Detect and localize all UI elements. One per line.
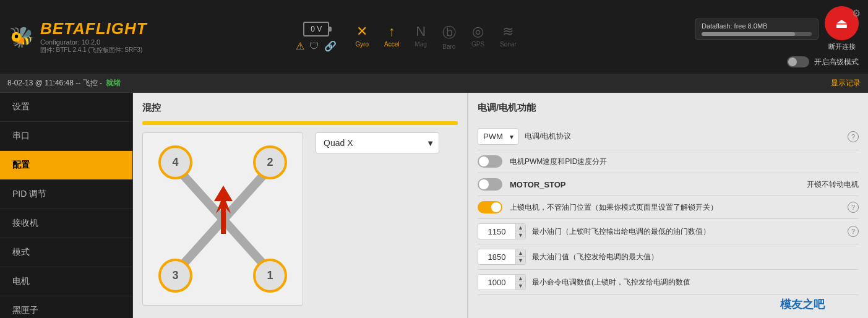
protocol-help-icon[interactable]: ? <box>848 131 859 142</box>
max-throttle-label: 最大油门值（飞控发给电调的最大值） <box>532 252 859 262</box>
advanced-mode-toggle[interactable]: 开启高级模式 <box>787 56 859 67</box>
sidebar-item-serial[interactable]: 串口 <box>0 122 132 151</box>
lock-motor-toggle[interactable] <box>478 201 502 213</box>
min-throttle-help-icon[interactable]: ? <box>848 226 859 237</box>
sensor-gps: ◎ GPS <box>465 20 491 53</box>
sensor-baro: ⓑ Baro <box>436 20 462 53</box>
motor-stop-label: MOTOR_STOP <box>510 180 566 189</box>
motor-3-label: 3 <box>172 269 178 282</box>
sensor-mag: N Mag <box>408 20 432 53</box>
mag-label: Mag <box>415 41 426 48</box>
quad-type-select[interactable]: Quad X <box>316 132 439 153</box>
bee-logo-icon: 🐝 <box>9 25 34 49</box>
min-command-down-button[interactable]: ▼ <box>515 282 525 290</box>
max-throttle-spinner-buttons: ▲ ▼ <box>515 249 525 264</box>
pwm-pid-label: 电机PWM速度和PID速度分开 <box>510 157 859 167</box>
motor-stop-row: MOTOR_STOP 开锁不转动电机 <box>478 173 859 196</box>
disconnect-label: 断开连接 <box>828 42 856 51</box>
sidebar-item-receiver[interactable]: 接收机 <box>0 209 132 238</box>
sensor-group: ✕ Gyro ↑ Accel N Mag ⓑ Baro ◎ GPS <box>349 20 522 53</box>
min-command-spinner-buttons: ▲ ▼ <box>515 275 525 290</box>
mixer-right: Quad X ▼ <box>316 132 439 153</box>
sonar-icon: ≋ <box>502 24 513 40</box>
dataflash-bar <box>702 32 812 36</box>
app-title: BETAFLIGHT <box>40 19 147 38</box>
svg-marker-4 <box>214 186 233 201</box>
sidebar-item-pid[interactable]: PID 调节 <box>0 180 132 209</box>
status-timestamp: 8-02-13 @ 11:46:48 -- 飞控 - <box>7 78 102 88</box>
header-right: Dataflash: free 8.0MB ⏏ 断开连接 开启高级模式 <box>682 0 868 74</box>
watermark-text: 模友之吧 <box>780 297 825 312</box>
mag-icon: N <box>416 24 426 40</box>
mixer-content: 4 2 3 1 <box>142 132 458 306</box>
status-left: 8-02-13 @ 11:46:48 -- 飞控 - 就绪 <box>7 78 121 88</box>
sensor-sonar: ≋ Sonar <box>494 20 523 53</box>
max-throttle-spinner[interactable]: ▲ ▼ <box>478 249 526 265</box>
status-bar: 8-02-13 @ 11:46:48 -- 飞控 - 就绪 显示记录 <box>0 74 868 93</box>
esc-panel-title: 电调/电机功能 <box>478 102 859 114</box>
gps-label: GPS <box>471 41 484 48</box>
sonar-label: Sonar <box>500 41 517 48</box>
firmware-version: 固件: BTFL 2.4.1 (飞控板固件: SRF3) <box>40 46 147 54</box>
motor-1-label: 1 <box>267 269 273 282</box>
sidebar-item-modes[interactable]: 模式 <box>0 238 132 267</box>
battery-widget: 0 V <box>303 22 329 37</box>
min-throttle-spinner-buttons: ▲ ▼ <box>515 224 525 239</box>
sidebar-item-motor[interactable]: 电机 <box>0 267 132 296</box>
min-throttle-label: 最小油门（上锁时飞控输出给电调的最低的油门数值） <box>532 226 841 237</box>
baro-icon: ⓑ <box>442 24 456 42</box>
lock-motor-row: 上锁电机，不管油门位置（如果你模式页面里设置了解锁开关） ? <box>478 196 859 219</box>
min-command-label: 最小命令电调数值(上锁时，飞控发给电调的数值 <box>532 277 859 288</box>
show-log-button[interactable]: 显示记录 <box>831 78 861 88</box>
motor-1-circle: 1 <box>253 259 287 293</box>
battery-voltage: 0 V <box>311 25 322 33</box>
sidebar-item-settings[interactable]: 设置 <box>0 93 132 122</box>
min-throttle-down-button[interactable]: ▼ <box>515 231 525 239</box>
min-command-up-button[interactable]: ▲ <box>515 275 525 282</box>
quad-diagram: 4 2 3 1 <box>142 132 303 306</box>
main-layout: 设置 串口 配置 PID 调节 接收机 模式 电机 黑匣子 CLI(命令行) 混… <box>0 93 868 318</box>
advanced-toggle-switch[interactable] <box>787 56 809 67</box>
header-center: 0 V ⚠ 🛡 🔗 ✕ Gyro ↑ <box>136 20 682 53</box>
min-command-input[interactable] <box>478 275 515 290</box>
motor-stop-toggle[interactable] <box>478 178 502 191</box>
lock-motor-toggle-knob <box>491 202 501 212</box>
min-throttle-up-button[interactable]: ▲ <box>515 224 525 231</box>
pwm-pid-toggle[interactable] <box>478 155 502 168</box>
motor-stop-knob <box>479 179 489 189</box>
sidebar-item-blackbox[interactable]: 黑匣子 <box>0 296 132 318</box>
settings-gear-icon[interactable]: ⚙ <box>852 7 861 19</box>
pwm-pid-toggle-knob <box>479 157 489 166</box>
sidebar-item-config[interactable]: 配置 <box>0 151 132 180</box>
min-throttle-spinner[interactable]: ▲ ▼ <box>478 223 526 239</box>
logo-text-area: BETAFLIGHT Configurator: 10.2.0 固件: BTFL… <box>40 19 147 54</box>
advanced-toggle-knob <box>788 58 797 66</box>
min-throttle-row: ▲ ▼ 最小油门（上锁时飞控输出给电调的最低的油门数值） ? <box>478 219 859 244</box>
dataflash-label: Dataflash: free 8.0MB <box>702 22 812 30</box>
lock-motor-help-icon[interactable]: ? <box>848 202 859 213</box>
max-throttle-row: ▲ ▼ 最大油门值（飞控发给电调的最大值） <box>478 244 859 270</box>
pwm-pid-row: 电机PWM速度和PID速度分开 <box>478 150 859 173</box>
motor-4-circle: 4 <box>158 145 192 179</box>
sensor-gyro: ✕ Gyro <box>349 20 375 53</box>
usb-icon: ⏏ <box>835 15 848 32</box>
baro-label: Baro <box>442 43 455 50</box>
esc-panel: 电调/电机功能 PWM ▼ 电调/电机协议 ? <box>467 93 868 318</box>
app-header: 🐝 BETAFLIGHT Configurator: 10.2.0 固件: BT… <box>0 0 868 74</box>
advanced-mode-label: 开启高级模式 <box>814 57 859 67</box>
max-throttle-up-button[interactable]: ▲ <box>515 249 525 257</box>
link-icon: 🔗 <box>324 40 337 52</box>
gyro-label: Gyro <box>355 41 369 48</box>
quad-type-select-wrapper: Quad X ▼ <box>316 132 439 153</box>
min-throttle-input[interactable] <box>478 225 515 239</box>
lock-motor-label: 上锁电机，不管油门位置（如果你模式页面里设置了解锁开关） <box>510 202 840 213</box>
motor-2-label: 2 <box>267 156 273 169</box>
max-throttle-input[interactable] <box>478 250 515 264</box>
motor-stop-sublabel: 开锁不转动电机 <box>807 179 859 190</box>
gyro-icon: ✕ <box>356 24 367 40</box>
min-command-spinner[interactable]: ▲ ▼ <box>478 274 526 290</box>
max-throttle-down-button[interactable]: ▼ <box>515 257 525 264</box>
sensor-accel: ↑ Accel <box>378 20 405 53</box>
min-command-row: ▲ ▼ 最小命令电调数值(上锁时，飞控发给电调的数值 <box>478 270 859 295</box>
shield-icon: 🛡 <box>309 41 319 52</box>
